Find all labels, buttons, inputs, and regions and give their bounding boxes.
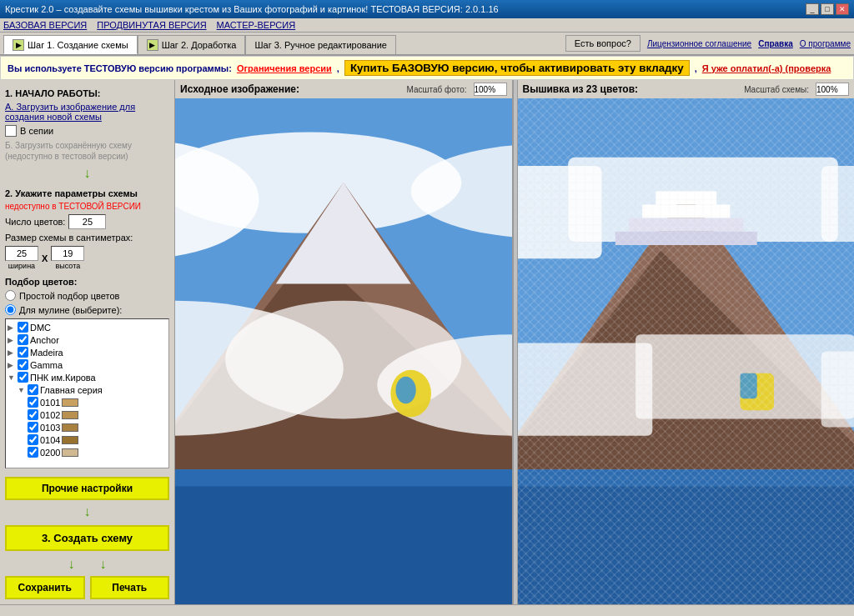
0103-checkbox[interactable] xyxy=(28,422,38,433)
help-link[interactable]: Справка xyxy=(758,39,793,48)
0104-checkbox[interactable] xyxy=(28,434,38,445)
size-label: Размер схемы в сантиметрах: xyxy=(5,233,169,243)
embroidery-scale-input[interactable] xyxy=(816,83,849,96)
tab-step3[interactable]: Шаг 3. Ручное редактирование xyxy=(245,35,396,54)
0200-checkbox[interactable] xyxy=(28,447,38,458)
radio-muline-label: Для мулине (выберите): xyxy=(19,305,122,315)
tree-item-gamma: ▶ Gamma xyxy=(8,358,167,371)
size-row: ширина X высота xyxy=(5,246,169,270)
notice-bar: Вы используете ТЕСТОВУЮ версию программы… xyxy=(0,56,854,80)
embroidery-image-title: Вышивка из 23 цветов: xyxy=(523,83,639,95)
tab1-arrow: ▶ xyxy=(13,39,24,51)
tree-item-madeira: ▶ Madeira xyxy=(8,346,167,358)
other-settings-button[interactable]: Прочие настройки xyxy=(5,477,169,500)
height-input[interactable] xyxy=(51,246,84,261)
0102-checkbox[interactable] xyxy=(28,409,38,420)
tree-item-0102: 0102 xyxy=(8,408,167,421)
window-title: Крестик 2.0 – создавайте схемы вышивки к… xyxy=(5,4,499,14)
anchor-checkbox[interactable] xyxy=(18,334,28,345)
0103-label: 0103 xyxy=(40,423,60,433)
images-row: Исходное изображение: Масштаб фото: xyxy=(175,80,854,604)
madeira-checkbox[interactable] xyxy=(18,347,28,358)
close-button[interactable]: ✕ xyxy=(836,3,849,15)
0104-swatch xyxy=(62,436,78,444)
thread-tree-box[interactable]: ▶ DMC ▶ Anchor ▶ Madeira ▶ Gamma xyxy=(5,318,169,468)
tree-item-0101: 0101 xyxy=(8,396,167,408)
load-image-link[interactable]: А. Загрузить изображение для создания но… xyxy=(5,102,169,122)
license-link[interactable]: Лицензионное соглашение xyxy=(647,39,751,48)
tree-item-0103: 0103 xyxy=(8,421,167,433)
notice-text: Вы используете ТЕСТОВУЮ версию программы… xyxy=(8,63,232,73)
width-label: ширина xyxy=(8,262,35,270)
0101-checkbox[interactable] xyxy=(28,397,38,408)
tab-step2[interactable]: ▶ Шаг 2. Доработка xyxy=(138,35,246,54)
glavnaya-label: Главная серия xyxy=(40,385,103,395)
madeira-label: Madeira xyxy=(30,348,63,358)
0102-label: 0102 xyxy=(40,410,60,420)
other-settings-section: Прочие настройки xyxy=(5,477,169,500)
original-image-title: Исходное изображение: xyxy=(180,83,299,95)
0101-label: 0101 xyxy=(40,398,60,408)
svg-point-13 xyxy=(395,377,415,403)
dmc-checkbox[interactable] xyxy=(18,322,28,333)
about-link[interactable]: О программе xyxy=(800,39,851,48)
original-scale-input[interactable] xyxy=(474,83,507,96)
original-image-panel: Исходное изображение: Масштаб фото: xyxy=(175,80,513,604)
colors-input[interactable] xyxy=(68,214,106,229)
bw-checkbox[interactable] xyxy=(5,125,17,137)
radio-muline-row: Для мулине (выберите): xyxy=(5,304,169,315)
section2-title: 2. Укажите параметры схемы xyxy=(5,188,169,198)
limits-link[interactable]: Ограничения версии xyxy=(237,63,332,73)
embroidery-image-container[interactable] xyxy=(518,98,855,604)
tree-item-0200: 0200 xyxy=(8,446,167,458)
bw-label: В сепии xyxy=(20,126,53,136)
svg-rect-15 xyxy=(175,486,512,604)
title-bar: Крестик 2.0 – создавайте схемы вышивки к… xyxy=(0,0,854,18)
color-selection-title: Подбор цветов: xyxy=(5,277,169,287)
glavnaya-checkbox[interactable] xyxy=(28,384,38,395)
original-image-container[interactable] xyxy=(175,98,512,604)
menu-advanced-version[interactable]: ПРОДВИНУТАЯ ВЕРСИЯ xyxy=(97,20,206,30)
width-input[interactable] xyxy=(5,246,38,261)
dmc-label: DMC xyxy=(30,323,51,333)
pnk-checkbox[interactable] xyxy=(18,372,28,383)
menu-bar: БАЗОВАЯ ВЕРСИЯ ПРОДВИНУТАЯ ВЕРСИЯ МАСТЕР… xyxy=(0,18,854,33)
tab3-label: Шаг 3. Ручное редактирование xyxy=(254,40,387,50)
save-button[interactable]: Сохранить xyxy=(5,576,85,599)
main-area: 1. НАЧАЛО РАБОТЫ: А. Загрузить изображен… xyxy=(0,80,854,604)
menu-master-version[interactable]: МАСТЕР-ВЕРСИЯ xyxy=(217,20,296,30)
0104-label: 0104 xyxy=(40,435,60,445)
dmc-arrow: ▶ xyxy=(8,323,16,332)
buy-button[interactable]: Купить БАЗОВУЮ версию, чтобы активироват… xyxy=(344,60,690,76)
embroidery-image-svg xyxy=(518,98,855,604)
print-button[interactable]: Печать xyxy=(90,576,170,599)
maximize-button[interactable]: □ xyxy=(821,3,834,15)
radio-simple[interactable] xyxy=(5,290,16,301)
tree-item-dmc: ▶ DMC xyxy=(8,321,167,333)
left-panel: 1. НАЧАЛО РАБОТЫ: А. Загрузить изображен… xyxy=(0,80,175,604)
embroidery-image-panel: Вышивка из 23 цветов: Масштаб схемы: xyxy=(518,80,855,604)
tab2-arrow: ▶ xyxy=(147,39,158,51)
0103-swatch xyxy=(62,423,78,432)
section2-subtitle: недоступно в ТЕСТОВОЙ ВЕРСИИ xyxy=(5,202,169,211)
arrow-indicator-2: ↓ xyxy=(5,505,169,518)
height-label: высота xyxy=(56,262,81,270)
svg-rect-36 xyxy=(518,98,855,604)
tab-step1[interactable]: ▶ Шаг 1. Создание схемы xyxy=(3,35,138,54)
tree-item-anchor: ▶ Anchor xyxy=(8,333,167,346)
help-button[interactable]: Есть вопрос? xyxy=(565,35,640,52)
embroidery-scale-label: Масштаб схемы: xyxy=(744,85,809,94)
create-scheme-button[interactable]: 3. Создать схему xyxy=(5,525,169,551)
original-image-svg xyxy=(175,98,512,604)
colors-row: Число цветов: xyxy=(5,214,169,229)
anchor-label: Anchor xyxy=(30,335,59,345)
pnk-arrow: ▼ xyxy=(8,373,16,382)
tabs-area: ▶ Шаг 1. Создание схемы ▶ Шаг 2. Доработ… xyxy=(0,33,854,56)
gamma-checkbox[interactable] xyxy=(18,359,28,370)
radio-muline[interactable] xyxy=(5,304,16,315)
minimize-button[interactable]: _ xyxy=(806,3,819,15)
paid-link[interactable]: Я уже оплатил(-а) (проверка xyxy=(702,63,831,73)
tree-item-pnk: ▼ ПНК им.Кирова xyxy=(8,371,167,383)
menu-base-version[interactable]: БАЗОВАЯ ВЕРСИЯ xyxy=(3,20,87,30)
0200-swatch xyxy=(62,448,78,457)
